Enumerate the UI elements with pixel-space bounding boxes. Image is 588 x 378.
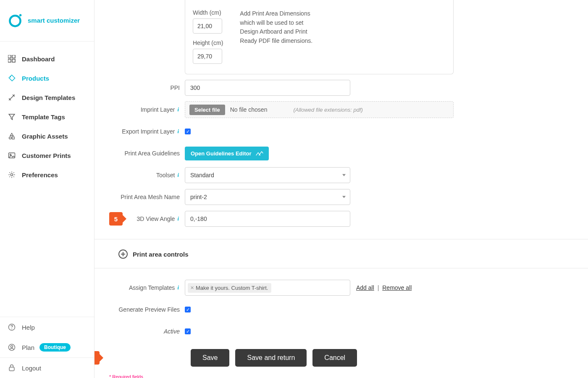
step-marker-6: 6 — [94, 351, 100, 365]
brand[interactable]: smart customizer — [0, 0, 94, 42]
ppi-input[interactable] — [185, 80, 350, 96]
sidebar-item-label: Design Templates — [22, 94, 75, 101]
user-icon — [8, 343, 16, 352]
sidebar-item-label: Dashboard — [22, 55, 55, 63]
shapes-icon — [8, 132, 16, 140]
help-icon — [8, 323, 16, 331]
generate-preview-checkbox[interactable] — [185, 307, 191, 312]
step-marker-5: 5 — [109, 212, 123, 226]
plan-badge: Boutique — [39, 343, 71, 352]
export-imprint-row: Export Imprint Layer i — [109, 123, 573, 140]
brand-name: smart customizer — [28, 17, 80, 24]
tag-icon — [8, 74, 16, 82]
sidebar-item-customer-prints[interactable]: Customer Prints — [0, 146, 94, 165]
sidebar-item-label: Plan — [22, 344, 34, 351]
print-area-dimensions-card: Width (cm) Height (cm) Add Print Area Di… — [185, 0, 454, 74]
sidebar-item-label: Graphic Assets — [22, 133, 68, 140]
info-icon[interactable]: i — [176, 172, 180, 178]
info-icon[interactable]: i — [176, 106, 180, 113]
svg-point-7 — [9, 137, 11, 139]
export-imprint-label: Export Imprint Layer i — [109, 128, 185, 135]
sidebar-item-label: Products — [22, 75, 49, 82]
sidebar-item-label: Logout — [22, 365, 41, 372]
remove-all-link[interactable]: Remove all — [382, 284, 412, 291]
assign-templates-row: Assign Templates i ✕ Make it yours. Cust… — [109, 279, 573, 296]
guidelines-label: Print Area Guidelines — [109, 150, 185, 157]
file-dropzone[interactable]: Select file No file chosen (Allowed file… — [185, 101, 454, 118]
assign-templates-label: Assign Templates i — [109, 284, 185, 291]
ppi-label: PPI — [109, 84, 185, 91]
svg-point-13 — [11, 328, 12, 329]
sidebar-item-preferences[interactable]: Preferences — [0, 165, 94, 184]
svg-rect-8 — [12, 137, 14, 139]
required-fields-note: * Required fields — [109, 374, 573, 378]
svg-rect-2 — [8, 55, 11, 58]
view-angle-row: 5 3D View Angle i — [125, 210, 573, 227]
brand-logo-icon — [8, 13, 23, 28]
dashboard-icon — [8, 55, 16, 63]
sidebar: smart customizer Dashboard Products Desi… — [0, 0, 94, 378]
sidebar-item-products[interactable]: Products — [0, 68, 94, 88]
sidebar-item-design-templates[interactable]: Design Templates — [0, 88, 94, 107]
info-icon[interactable]: i — [176, 128, 180, 135]
cancel-button[interactable]: Cancel — [312, 349, 357, 367]
gear-icon — [8, 171, 16, 179]
sidebar-item-logout[interactable]: Logout — [0, 357, 94, 378]
width-input[interactable] — [193, 18, 222, 34]
print-area-controls-expander[interactable]: Print area controls — [109, 239, 573, 268]
sidebar-item-graphic-assets[interactable]: Graphic Assets — [0, 126, 94, 146]
active-label: Active — [109, 328, 185, 335]
imprint-layer-label: Imprint Layer i — [109, 106, 185, 113]
ruler-pencil-icon — [8, 93, 16, 102]
svg-point-0 — [10, 16, 20, 26]
generate-preview-label: Generate Preview Files — [109, 306, 185, 313]
svg-rect-5 — [12, 59, 15, 62]
sidebar-item-plan[interactable]: Plan Boutique — [0, 337, 94, 357]
image-icon — [8, 151, 16, 160]
info-icon[interactable]: i — [176, 284, 180, 291]
save-button[interactable]: Save — [191, 349, 229, 367]
toolset-select[interactable]: Standard — [185, 167, 350, 183]
sidebar-item-label: Template Tags — [22, 113, 65, 121]
chip-remove-icon[interactable]: ✕ — [190, 285, 194, 291]
dimensions-help-text: Add Print Area Dimensions which will be … — [240, 9, 318, 64]
sidebar-item-label: Preferences — [22, 171, 58, 178]
file-status-text: No file chosen — [230, 106, 268, 113]
open-guidelines-editor-button[interactable]: Open Guidelines Editor — [185, 147, 269, 160]
width-label: Width (cm) — [193, 9, 223, 16]
view-angle-input[interactable] — [185, 211, 350, 227]
section-divider — [94, 268, 588, 268]
form-actions: 6 Save Save and return Cancel — [109, 349, 573, 367]
svg-point-11 — [10, 173, 13, 176]
filter-icon — [8, 113, 16, 121]
guidelines-row: Print Area Guidelines Open Guidelines Ed… — [109, 145, 573, 162]
svg-point-15 — [11, 346, 13, 348]
file-extensions-hint: (Allowed file extensions: pdf) — [293, 107, 362, 113]
plus-circle-icon — [118, 249, 128, 259]
sidebar-item-help[interactable]: Help — [0, 317, 94, 337]
imprint-layer-row: Imprint Layer i Select file No file chos… — [109, 101, 573, 118]
sidebar-item-template-tags[interactable]: Template Tags — [0, 107, 94, 126]
assign-bulk-links: Add all | Remove all — [356, 284, 412, 291]
svg-rect-4 — [8, 59, 11, 62]
save-and-return-button[interactable]: Save and return — [235, 349, 307, 367]
info-icon[interactable]: i — [176, 215, 180, 222]
assign-templates-input[interactable]: ✕ Make it yours. Custom T-shirt. — [185, 280, 350, 296]
sidebar-nav: Dashboard Products Design Templates Temp… — [0, 42, 94, 317]
svg-point-1 — [19, 14, 21, 16]
height-input[interactable] — [193, 49, 222, 64]
mesh-name-select[interactable]: print-2 — [185, 189, 350, 205]
sidebar-item-dashboard[interactable]: Dashboard — [0, 49, 94, 68]
sidebar-footer: Help Plan Boutique Logout — [0, 317, 94, 378]
export-imprint-checkbox[interactable] — [185, 129, 191, 134]
toolset-row: Toolset i Standard — [109, 167, 573, 184]
lock-icon — [8, 364, 16, 372]
height-label: Height (cm) — [193, 39, 223, 46]
add-all-link[interactable]: Add all — [356, 284, 374, 291]
chevron-down-icon — [342, 174, 346, 176]
svg-rect-3 — [12, 55, 15, 58]
active-checkbox[interactable] — [185, 328, 191, 334]
select-file-button[interactable]: Select file — [189, 105, 225, 115]
sidebar-item-label: Customer Prints — [22, 152, 71, 159]
sidebar-item-label: Help — [22, 324, 35, 331]
